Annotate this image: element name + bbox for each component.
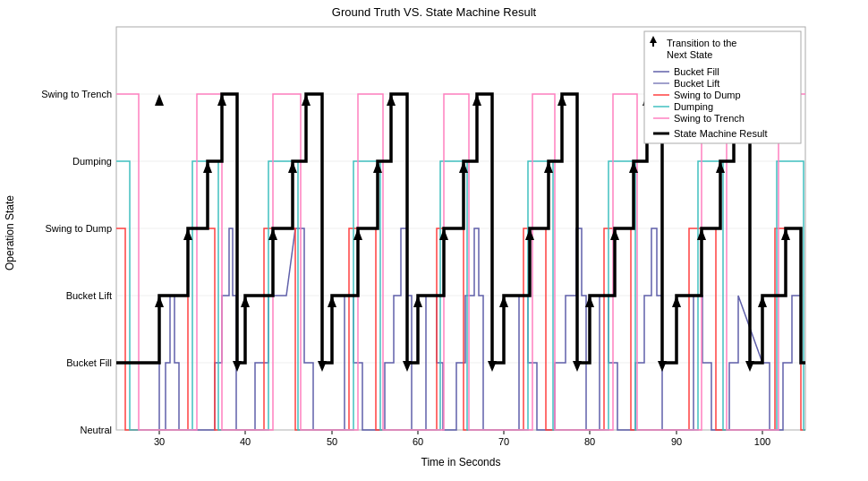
y-label-swingtotrench: Swing to Trench: [41, 89, 112, 99]
legend-label-dumping: Dumping: [674, 101, 713, 112]
legend-label-swingtotrench: Swing to Trench: [674, 113, 745, 124]
y-label-bucketfill: Bucket Fill: [66, 357, 112, 368]
y-label-dumping: Dumping: [72, 156, 112, 167]
legend-transition-label2: Next State: [667, 49, 712, 60]
legend-label-statemachine: State Machine Result: [674, 128, 768, 139]
legend-transition-label: Transition to the: [667, 38, 736, 48]
y-label-neutral: Neutral: [81, 425, 112, 435]
x-tick-60: 60: [413, 436, 423, 447]
x-tick-90: 90: [671, 436, 682, 447]
y-label-swingtodump: Swing to Dump: [45, 223, 112, 234]
chart-container: Ground Truth VS. State Machine Result Op…: [0, 0, 868, 481]
x-tick-40: 40: [240, 436, 251, 447]
y-label-bucketlift: Bucket Lift: [66, 290, 112, 301]
chart-title: Ground Truth VS. State Machine Result: [332, 5, 537, 19]
legend-label-bucketfill: Bucket Fill: [674, 66, 719, 77]
y-axis-label: Operation State: [4, 195, 16, 271]
legend-label-bucketlift: Bucket Lift: [674, 78, 719, 89]
x-tick-70: 70: [498, 436, 509, 447]
x-tick-80: 80: [584, 436, 595, 447]
x-tick-30: 30: [154, 436, 165, 447]
legend-label-swingtodump: Swing to Dump: [674, 90, 741, 100]
x-tick-50: 50: [327, 436, 337, 447]
x-axis-label: Time in Seconds: [421, 456, 501, 468]
x-tick-100: 100: [754, 436, 770, 447]
